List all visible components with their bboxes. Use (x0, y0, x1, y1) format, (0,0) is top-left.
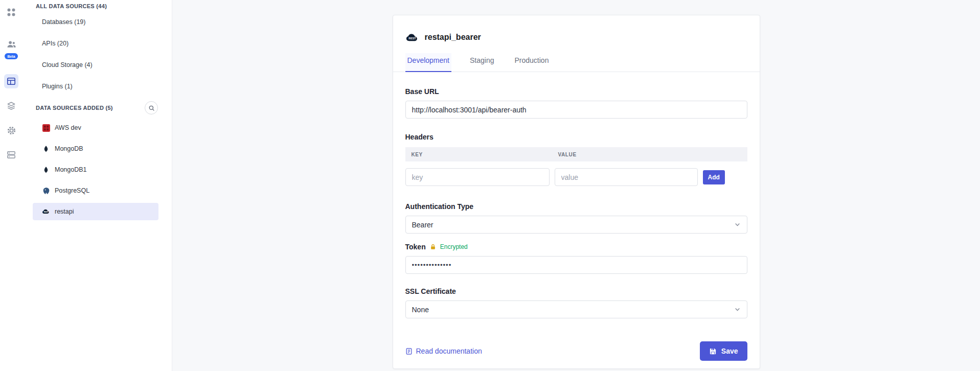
datasource-item-mongodb[interactable]: MongoDB (33, 140, 158, 157)
mongodb-icon (42, 145, 50, 153)
datasources-nav-icon[interactable] (4, 74, 18, 88)
postgresql-icon (42, 187, 50, 195)
svg-text:REST: REST (44, 211, 49, 213)
save-icon (709, 347, 717, 355)
sidebar-item-apis[interactable]: APIs (20) (22, 33, 172, 54)
tab-development[interactable]: Development (405, 53, 452, 72)
token-label: Token (405, 242, 426, 252)
main-area: REST restapi_bearer Development Staging … (172, 0, 980, 371)
apps-grid-icon[interactable] (4, 5, 18, 19)
icon-rail: Beta (0, 0, 22, 371)
datasource-label: MongoDB1 (55, 166, 87, 173)
mongodb-icon (42, 166, 50, 174)
auth-type-value: Bearer (412, 221, 434, 229)
svg-text:REST: REST (408, 36, 416, 39)
headers-table-head: KEY VALUE (405, 147, 747, 161)
people-icon (7, 39, 16, 49)
environment-tabs: Development Staging Production (393, 53, 760, 72)
save-button-label: Save (721, 347, 738, 355)
sidebar-item-databases[interactable]: Databases (19) (22, 11, 172, 33)
read-documentation-label: Read documentation (416, 347, 482, 355)
sidebar-item-plugins[interactable]: Plugins (1) (22, 76, 172, 97)
restapi-icon: REST (42, 207, 50, 216)
search-icon (148, 105, 155, 111)
tab-production[interactable]: Production (512, 53, 551, 72)
ssl-certificate-value: None (412, 306, 429, 314)
datasource-item-postgresql[interactable]: PostgreSQL (33, 182, 158, 199)
read-documentation-link[interactable]: Read documentation (405, 347, 482, 355)
chevron-down-icon (734, 221, 741, 228)
base-url-label: Base URL (405, 86, 747, 97)
datasource-label: restapi (55, 208, 74, 215)
datasource-config-card: REST restapi_bearer Development Staging … (393, 15, 760, 369)
aws-icon (42, 124, 50, 132)
auth-type-label: Authentication Type (405, 201, 747, 212)
datasource-label: PostgreSQL (55, 187, 89, 194)
layers-icon (7, 101, 16, 110)
add-header-button[interactable]: Add (703, 170, 725, 184)
card-header: REST restapi_bearer (405, 15, 747, 45)
key-column-header: KEY (405, 152, 558, 157)
token-label-row: Token Encrypted (405, 242, 747, 252)
beta-badge: Beta (5, 53, 17, 59)
datasource-item-mongodb1[interactable]: MongoDB1 (33, 161, 158, 178)
search-button[interactable] (145, 101, 158, 114)
ssl-certificate-label: SSL Certificate (405, 286, 747, 296)
sidebar-item-cloud-storage[interactable]: Cloud Storage (4) (22, 54, 172, 76)
settings-nav-icon[interactable] (4, 123, 18, 137)
added-header-row: DATA SOURCES ADDED (5) (22, 99, 172, 117)
base-url-input[interactable] (405, 101, 747, 119)
save-button[interactable]: Save (700, 341, 747, 361)
tab-staging[interactable]: Staging (468, 53, 496, 72)
lock-icon (430, 244, 436, 250)
datasource-title: restapi_bearer (425, 33, 481, 42)
headers-label: Headers (405, 132, 747, 142)
datasource-label: AWS dev (55, 124, 81, 131)
headers-input-row: Add (405, 168, 747, 186)
added-datasource-list: AWS dev MongoDB MongoDB1 PostgreSQL (22, 119, 172, 220)
grid-icon (7, 8, 16, 17)
layers-nav-icon[interactable] (4, 99, 18, 113)
token-input[interactable] (405, 256, 747, 274)
datasource-item-restapi[interactable]: REST restapi (33, 203, 158, 220)
auth-type-select[interactable]: Bearer (405, 216, 747, 234)
server-icon (7, 150, 16, 159)
datasource-item-aws-dev[interactable]: AWS dev (33, 119, 158, 136)
datasource-label: MongoDB (55, 145, 83, 152)
gear-icon (7, 126, 16, 135)
encrypted-badge: Encrypted (440, 243, 468, 250)
header-key-input[interactable] (405, 168, 550, 186)
header-value-input[interactable] (555, 168, 698, 186)
document-icon (405, 347, 413, 355)
restapi-icon: REST (405, 33, 419, 42)
storage-nav-icon[interactable] (4, 148, 18, 162)
value-column-header: VALUE (558, 152, 577, 157)
app-window: Beta ALL DATA SOURCES (44) Databases (19… (0, 0, 980, 371)
added-datasources-header: DATA SOURCES ADDED (5) (22, 103, 113, 113)
ssl-certificate-select[interactable]: None (405, 300, 747, 318)
card-footer: Read documentation Save (405, 341, 747, 361)
table-icon (7, 77, 16, 86)
users-icon[interactable] (4, 37, 18, 51)
datasources-sidebar: ALL DATA SOURCES (44) Databases (19) API… (22, 0, 172, 371)
chevron-down-icon (734, 306, 741, 313)
all-datasources-header: ALL DATA SOURCES (44) (22, 1, 172, 11)
